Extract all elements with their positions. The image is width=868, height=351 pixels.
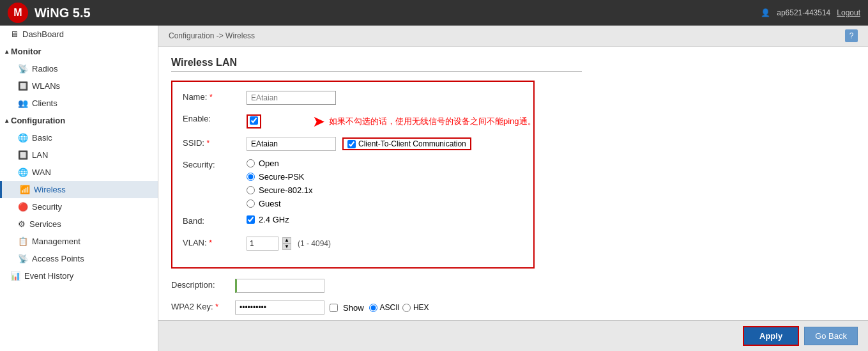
sidebar-item-lan[interactable]: 🔲 LAN — [0, 146, 158, 164]
main-content: Configuration -> Wireless ? Wireless LAN… — [158, 26, 868, 351]
sidebar-item-dashboard[interactable]: 🖥 DashBoard — [0, 26, 158, 43]
open-label: Open — [259, 159, 279, 168]
description-label: Description: — [171, 279, 235, 290]
vlan-controls: ▲ ▼ (1 - 4094) — [247, 237, 331, 251]
basic-icon: 🌐 — [18, 133, 28, 143]
sidebar-item-basic[interactable]: 🌐 Basic — [0, 129, 158, 146]
psk-radio-row: Secure-PSK — [247, 172, 313, 182]
ascii-radio[interactable] — [369, 304, 377, 312]
triangle-icon: ▴ — [5, 48, 8, 55]
section-title: Wireless LAN — [171, 57, 582, 72]
8021x-radio-row: Secure-802.1x — [247, 185, 313, 195]
band-label: Band: — [183, 215, 247, 226]
hex-label: HEX — [413, 303, 429, 312]
management-icon: 📋 — [18, 237, 28, 246]
sidebar: 🖥 DashBoard ▴ Monitor 📡 Radios 🔲 WLANs 👥… — [0, 26, 158, 351]
sidebar-item-services[interactable]: ⚙ Services — [0, 215, 158, 233]
logo-text: M — [13, 7, 22, 19]
security-label: Security: — [183, 159, 247, 169]
apply-button[interactable]: Apply — [743, 326, 799, 346]
arrow-icon: ➤ — [312, 113, 325, 130]
psk-radio[interactable] — [247, 173, 255, 181]
sidebar-item-wlans[interactable]: 🔲 WLANs — [0, 77, 158, 95]
sidebar-item-radios[interactable]: 📡 Radios — [0, 60, 158, 77]
band-value: 2.4 GHz — [259, 215, 289, 224]
ssid-input[interactable] — [247, 137, 336, 151]
motorola-logo: M — [8, 3, 28, 23]
guest-radio[interactable] — [247, 199, 255, 208]
description-row: Description: — [171, 279, 855, 294]
vlan-down-button[interactable]: ▼ — [282, 244, 291, 250]
vlan-up-button[interactable]: ▲ — [282, 237, 291, 244]
footer: Apply Go Back — [158, 320, 868, 351]
sidebar-item-wan[interactable]: 🌐 WAN — [0, 164, 158, 181]
guest-label: Guest — [259, 199, 281, 208]
user-icon: 👤 — [761, 8, 770, 17]
vlan-required: * — [209, 238, 212, 247]
enable-label: Enable: — [183, 113, 247, 123]
radio-icon: 📡 — [18, 64, 28, 74]
show-checkbox[interactable] — [330, 304, 338, 312]
vlan-range: (1 - 4094) — [298, 239, 331, 248]
username-label: ap6521-443514 — [777, 8, 830, 17]
config-box: Name: * Enable: ➤ 如果不勾 — [171, 81, 535, 269]
sidebar-item-clients[interactable]: 👥 Clients — [0, 95, 158, 112]
client-comm-checkbox[interactable] — [347, 140, 356, 148]
enable-checkbox-wrapper — [247, 114, 261, 129]
vlan-row: VLAN: * ▲ ▼ (1 - 4094) — [183, 237, 523, 252]
dashboard-icon: 🖥 — [10, 29, 19, 39]
8021x-label: Secure-802.1x — [259, 185, 313, 195]
triangle-config-icon: ▴ — [5, 117, 8, 124]
name-required: * — [209, 93, 213, 102]
vlan-spinner: ▲ ▼ — [282, 237, 291, 250]
8021x-radio[interactable] — [247, 186, 255, 194]
name-row: Name: * — [183, 91, 523, 106]
app-title: WiNG 5.5 — [34, 6, 761, 20]
client-comm-box: Client-To-Client Communication — [342, 137, 471, 150]
band-row: Band: 2.4 GHz — [183, 215, 523, 230]
open-radio[interactable] — [247, 159, 255, 168]
ssid-controls: Client-To-Client Communication — [247, 137, 471, 151]
wlan-icon: 🔲 — [18, 81, 28, 91]
vlan-input[interactable] — [247, 237, 278, 251]
guest-radio-row: Guest — [247, 199, 313, 208]
breadcrumb: Configuration -> Wireless ? — [158, 26, 868, 47]
client-comm-label: Client-To-Client Communication — [358, 139, 466, 148]
security-icon: 🔴 — [18, 202, 28, 212]
user-info: 👤 ap6521-443514 Logout — [761, 8, 860, 17]
logout-button[interactable]: Logout — [837, 8, 860, 17]
show-label: Show — [343, 303, 364, 313]
form-area: Wireless LAN Name: * Enable: — [158, 47, 868, 320]
ssid-label: SSID: * — [183, 137, 247, 148]
sidebar-item-security[interactable]: 🔴 Security — [0, 198, 158, 215]
wpa2-controls: Show ASCII HEX — [235, 300, 429, 315]
name-label: Name: * — [183, 91, 247, 102]
goback-button[interactable]: Go Back — [804, 327, 858, 345]
help-button[interactable]: ? — [845, 29, 858, 42]
description-input[interactable] — [235, 279, 324, 293]
sidebar-item-access-points[interactable]: 📡 Access Points — [0, 250, 158, 267]
band-24ghz-checkbox[interactable] — [247, 215, 255, 224]
wpa2-label: WPA2 Key: * — [171, 300, 235, 311]
wpa2-row: WPA2 Key: * Show ASCII HEX — [171, 300, 855, 316]
wireless-icon: 📶 — [20, 185, 30, 194]
annotation-text: 如果不勾选的话，使用无线信号的设备之间不能ping通。 — [329, 116, 536, 127]
sidebar-item-wireless[interactable]: 📶 Wireless — [0, 181, 158, 198]
header: M WiNG 5.5 👤 ap6521-443514 Logout — [0, 0, 868, 26]
main-layout: 🖥 DashBoard ▴ Monitor 📡 Radios 🔲 WLANs 👥… — [0, 26, 868, 351]
sidebar-item-event-history[interactable]: 📊 Event History — [0, 267, 158, 285]
wpa2-input[interactable] — [235, 300, 324, 315]
sidebar-configuration-section[interactable]: ▴ Configuration — [0, 112, 158, 129]
clients-icon: 👥 — [18, 98, 28, 108]
ssid-required: * — [207, 139, 210, 148]
security-row: Security: Open Secure-PSK Secure-802. — [183, 159, 523, 208]
name-input[interactable] — [247, 91, 336, 105]
enable-checkbox[interactable] — [250, 116, 258, 125]
hex-radio[interactable] — [402, 304, 411, 312]
band-controls: 2.4 GHz — [247, 215, 289, 224]
lan-icon: 🔲 — [18, 150, 28, 160]
open-radio-row: Open — [247, 159, 313, 168]
ssid-row: SSID: * Client-To-Client Communication — [183, 137, 523, 152]
sidebar-item-management[interactable]: 📋 Management — [0, 233, 158, 250]
sidebar-monitor-section[interactable]: ▴ Monitor — [0, 43, 158, 60]
